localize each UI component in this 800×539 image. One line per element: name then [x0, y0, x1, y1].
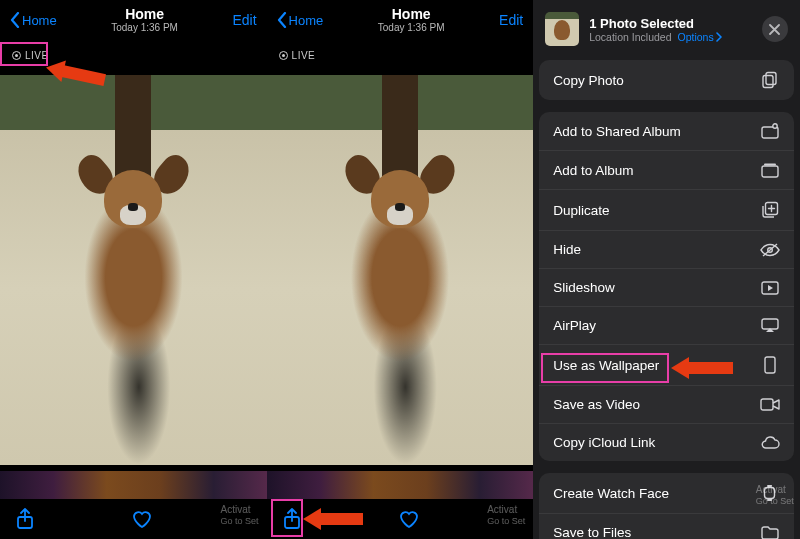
action-hide[interactable]: Hide: [539, 230, 794, 268]
share-sheet-header: 1 Photo Selected Location Included Optio…: [533, 0, 800, 60]
share-action-list: Copy Photo Add to Shared Album: [533, 60, 800, 539]
play-icon: [760, 281, 780, 295]
action-wallpaper[interactable]: Use as Wallpaper: [539, 344, 794, 385]
edit-button[interactable]: Edit: [232, 12, 256, 28]
favorite-button[interactable]: [398, 509, 420, 529]
folder-icon: [760, 526, 780, 540]
svg-rect-2: [766, 73, 776, 85]
nav-title: Home: [111, 7, 178, 22]
live-icon: [12, 51, 21, 60]
share-subtitle: Location Included: [589, 31, 671, 43]
action-label: AirPlay: [553, 318, 596, 333]
back-label: Home: [22, 13, 57, 28]
favorite-button[interactable]: [131, 509, 153, 529]
close-icon: [769, 24, 780, 35]
eye-slash-icon: [760, 243, 780, 257]
live-label: LIVE: [25, 50, 49, 61]
action-copy-photo[interactable]: Copy Photo: [539, 60, 794, 100]
nav-title-block: Home Today 1:36 PM: [378, 7, 445, 33]
share-sheet: 1 Photo Selected Location Included Optio…: [533, 0, 800, 539]
chevron-left-icon: [277, 12, 287, 28]
share-icon: [283, 508, 301, 530]
back-label: Home: [289, 13, 324, 28]
live-badge[interactable]: LIVE: [273, 48, 322, 63]
share-icon: [16, 508, 34, 530]
album-icon: [760, 162, 780, 178]
action-label: Add to Album: [553, 163, 633, 178]
action-copy-icloud-link[interactable]: Copy iCloud Link: [539, 423, 794, 461]
live-badge[interactable]: LIVE: [6, 48, 55, 63]
action-label: Save to Files: [553, 525, 631, 539]
svg-rect-12: [765, 357, 775, 373]
back-button[interactable]: Home: [277, 12, 324, 28]
filmstrip[interactable]: [267, 471, 534, 499]
action-add-shared-album[interactable]: Add to Shared Album: [539, 112, 794, 150]
svg-point-5: [773, 124, 777, 128]
copy-icon: [760, 71, 780, 89]
cloud-icon: [760, 436, 780, 449]
action-label: Slideshow: [553, 280, 615, 295]
action-label: Duplicate: [553, 203, 609, 218]
live-label: LIVE: [292, 50, 316, 61]
svg-rect-11: [762, 319, 778, 329]
airplay-icon: [760, 318, 780, 333]
watermark-l2: Go to Set: [756, 496, 794, 507]
action-duplicate[interactable]: Duplicate: [539, 189, 794, 230]
video-icon: [760, 398, 780, 411]
heart-icon: [131, 509, 153, 529]
nav-title-block: Home Today 1:36 PM: [111, 7, 178, 33]
shared-album-icon: [760, 123, 780, 139]
close-button[interactable]: [762, 16, 788, 42]
svg-rect-6: [762, 166, 778, 177]
chevron-right-icon: [716, 32, 723, 42]
phone-screen-3: 1 Photo Selected Location Included Optio…: [533, 0, 800, 539]
phone-screen-2: Home Home Today 1:36 PM Edit LIVE: [267, 0, 534, 539]
share-options-link[interactable]: Options: [678, 31, 723, 43]
phone-icon: [760, 356, 780, 374]
heart-icon: [398, 509, 420, 529]
svg-rect-3: [763, 76, 773, 88]
nav-bar: Home Home Today 1:36 PM Edit: [267, 0, 534, 40]
action-label: Use as Wallpaper: [553, 358, 659, 373]
action-label: Copy Photo: [553, 73, 624, 88]
chevron-left-icon: [10, 12, 20, 28]
watermark-l2: Go to Set: [221, 516, 259, 527]
watermark-l1: Activat: [221, 504, 259, 516]
photo-viewport[interactable]: [267, 75, 534, 465]
duplicate-icon: [760, 201, 780, 219]
action-add-album[interactable]: Add to Album: [539, 150, 794, 189]
watermark-l1: Activat: [756, 484, 794, 496]
live-icon: [279, 51, 288, 60]
action-label: Add to Shared Album: [553, 124, 681, 139]
nav-timestamp: Today 1:36 PM: [378, 22, 445, 33]
os-watermark: Activat Go to Set: [221, 504, 259, 527]
photo-viewport[interactable]: [0, 75, 267, 465]
action-label: Copy iCloud Link: [553, 435, 655, 450]
phone-screen-1: Home Home Today 1:36 PM Edit LIVE: [0, 0, 267, 539]
svg-rect-7: [764, 164, 776, 166]
watermark-l2: Go to Set: [487, 516, 525, 527]
back-button[interactable]: Home: [10, 12, 57, 28]
nav-timestamp: Today 1:36 PM: [111, 22, 178, 33]
share-button[interactable]: [16, 508, 34, 530]
action-group-2: Add to Shared Album Add to Album Duplica…: [539, 112, 794, 461]
action-label: Save as Video: [553, 397, 640, 412]
share-button[interactable]: [283, 508, 301, 530]
action-save-to-files[interactable]: Save to Files: [539, 513, 794, 539]
svg-rect-13: [761, 399, 773, 410]
action-label: Hide: [553, 242, 581, 257]
action-label: Create Watch Face: [553, 486, 669, 501]
nav-title: Home: [378, 7, 445, 22]
action-airplay[interactable]: AirPlay: [539, 306, 794, 344]
os-watermark: Activat Go to Set: [487, 504, 525, 527]
action-save-as-video[interactable]: Save as Video: [539, 385, 794, 423]
filmstrip[interactable]: [0, 471, 267, 499]
action-slideshow[interactable]: Slideshow: [539, 268, 794, 306]
action-group-1: Copy Photo: [539, 60, 794, 100]
share-title: 1 Photo Selected: [589, 16, 723, 31]
share-thumbnail: [545, 12, 579, 46]
nav-bar: Home Home Today 1:36 PM Edit: [0, 0, 267, 40]
watermark-l1: Activat: [487, 504, 525, 516]
os-watermark: Activat Go to Set: [756, 484, 794, 507]
edit-button[interactable]: Edit: [499, 12, 523, 28]
